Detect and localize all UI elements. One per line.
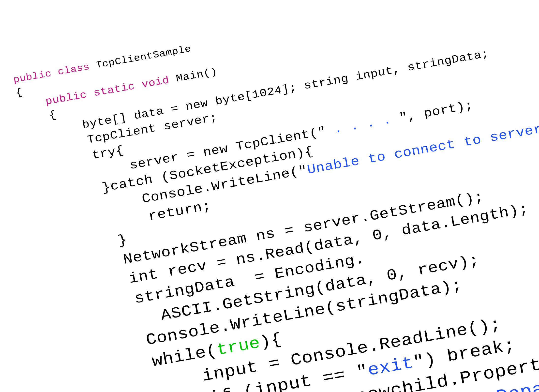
code-token: ){ (258, 330, 283, 352)
code-block: public class TcpClientSample{ public sta… (12, 0, 539, 392)
code-token: { (15, 87, 23, 99)
